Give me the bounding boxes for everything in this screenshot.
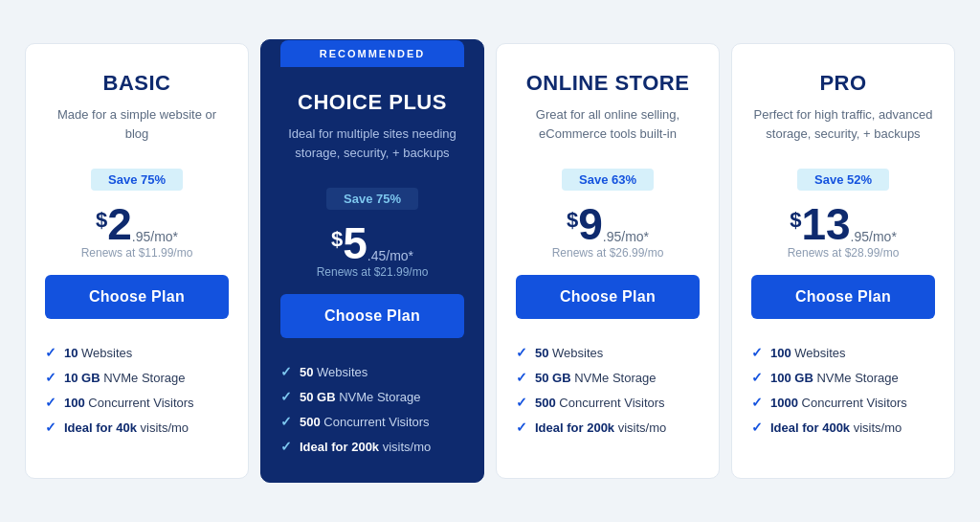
save-badge: Save 75% [326, 188, 418, 210]
feature-text: 500 Concurrent Visitors [535, 396, 665, 410]
feature-item-3: ✓ Ideal for 40k visits/mo [45, 415, 229, 440]
check-icon: ✓ [45, 370, 56, 385]
price-symbol: $ [790, 208, 801, 233]
price-symbol: $ [567, 208, 578, 233]
renews-at: Renews at $28.99/mo [788, 246, 900, 260]
feature-item-0: ✓ 100 Websites [751, 340, 935, 365]
plan-name: BASIC [103, 71, 171, 96]
feature-item-2: ✓ 500 Concurrent Visitors [280, 409, 464, 434]
check-icon: ✓ [516, 345, 527, 360]
price-integer: 9 [578, 202, 603, 246]
feature-item-1: ✓ 100 GB NVMe Storage [751, 365, 935, 390]
save-badge: Save 52% [797, 169, 889, 191]
plan-card-basic: BASICMade for a simple website or blogSa… [25, 43, 249, 479]
plan-name: CHOICE PLUS [298, 90, 447, 115]
plan-price: $ 5 .45/mo* [331, 221, 413, 265]
choose-plan-button[interactable]: Choose Plan [516, 275, 700, 319]
plan-card-pro: PROPerfect for high traffic, advanced st… [731, 43, 955, 479]
check-icon: ✓ [516, 370, 527, 385]
save-badge: Save 75% [91, 169, 183, 191]
feature-item-1: ✓ 50 GB NVMe Storage [280, 384, 464, 409]
plan-description: Perfect for high traffic, advanced stora… [751, 105, 935, 153]
plan-name: PRO [819, 71, 866, 96]
feature-item-0: ✓ 50 Websites [516, 340, 700, 365]
renews-at: Renews at $21.99/mo [317, 265, 429, 279]
price-decimal-suffix: .95/mo* [851, 229, 897, 244]
choose-plan-button[interactable]: Choose Plan [45, 275, 229, 319]
plan-price: $ 13 .95/mo* [790, 202, 897, 246]
feature-text: 10 Websites [64, 346, 132, 360]
feature-item-0: ✓ 50 Websites [280, 359, 464, 384]
feature-text: 100 Websites [770, 346, 846, 360]
check-icon: ✓ [45, 420, 56, 435]
price-symbol: $ [331, 227, 343, 252]
plan-description: Great for all online selling, eCommerce … [516, 105, 700, 153]
feature-item-3: ✓ Ideal for 400k visits/mo [751, 415, 935, 440]
check-icon: ✓ [751, 370, 763, 385]
choose-plan-button[interactable]: Choose Plan [280, 294, 464, 338]
features-list: ✓ 50 Websites ✓ 50 GB NVMe Storage ✓ 500… [280, 359, 464, 459]
check-icon: ✓ [280, 439, 292, 454]
feature-text: 10 GB NVMe Storage [64, 371, 185, 385]
plan-description: Ideal for multiple sites needing storage… [280, 125, 464, 172]
plan-name: ONLINE STORE [526, 71, 690, 96]
price-symbol: $ [96, 208, 107, 233]
check-icon: ✓ [45, 345, 56, 360]
feature-item-1: ✓ 50 GB NVMe Storage [516, 365, 700, 390]
price-integer: 13 [801, 202, 850, 246]
feature-text: 50 GB NVMe Storage [300, 390, 420, 404]
plan-price: $ 2 .95/mo* [96, 202, 178, 246]
price-decimal-suffix: .95/mo* [132, 229, 178, 244]
feature-text: Ideal for 40k visits/mo [64, 420, 189, 435]
recommended-badge: RECOMMENDED [280, 40, 464, 67]
feature-text: 50 GB NVMe Storage [535, 371, 656, 385]
save-badge: Save 63% [562, 169, 654, 191]
plan-description: Made for a simple website or blog [45, 105, 229, 153]
feature-text: Ideal for 200k visits/mo [535, 420, 666, 435]
feature-item-3: ✓ Ideal for 200k visits/mo [516, 415, 700, 440]
feature-text: 50 Websites [300, 365, 368, 379]
plan-price: $ 9 .95/mo* [567, 202, 649, 246]
feature-item-0: ✓ 10 Websites [45, 340, 229, 365]
check-icon: ✓ [45, 395, 56, 410]
feature-text: 100 Concurrent Visitors [64, 396, 194, 410]
features-list: ✓ 50 Websites ✓ 50 GB NVMe Storage ✓ 500… [516, 340, 700, 440]
feature-text: 500 Concurrent Visitors [300, 415, 430, 429]
price-integer: 5 [343, 221, 368, 265]
plan-card-choice-plus: RECOMMENDEDCHOICE PLUSIdeal for multiple… [260, 39, 484, 483]
price-decimal-suffix: .95/mo* [603, 229, 649, 244]
price-integer: 2 [107, 202, 132, 246]
features-list: ✓ 100 Websites ✓ 100 GB NVMe Storage ✓ 1… [751, 340, 935, 440]
check-icon: ✓ [516, 395, 527, 410]
feature-item-2: ✓ 1000 Concurrent Visitors [751, 390, 935, 415]
feature-item-1: ✓ 10 GB NVMe Storage [45, 365, 229, 390]
choose-plan-button[interactable]: Choose Plan [751, 275, 935, 319]
feature-item-2: ✓ 100 Concurrent Visitors [45, 390, 229, 415]
plans-container: BASICMade for a simple website or blogSa… [19, 43, 961, 479]
check-icon: ✓ [516, 420, 527, 435]
plan-card-online-store: ONLINE STOREGreat for all online selling… [496, 43, 720, 479]
feature-item-3: ✓ Ideal for 200k visits/mo [280, 434, 464, 459]
price-decimal-suffix: .45/mo* [368, 248, 413, 263]
feature-text: Ideal for 400k visits/mo [770, 420, 902, 435]
check-icon: ✓ [280, 364, 292, 379]
check-icon: ✓ [751, 345, 763, 360]
feature-text: Ideal for 200k visits/mo [300, 440, 431, 454]
check-icon: ✓ [751, 420, 763, 435]
check-icon: ✓ [280, 414, 292, 429]
feature-text: 100 GB NVMe Storage [770, 371, 899, 385]
feature-text: 50 Websites [535, 346, 603, 360]
renews-at: Renews at $26.99/mo [552, 246, 664, 260]
feature-item-2: ✓ 500 Concurrent Visitors [516, 390, 700, 415]
features-list: ✓ 10 Websites ✓ 10 GB NVMe Storage ✓ 100… [45, 340, 229, 440]
check-icon: ✓ [280, 389, 292, 404]
renews-at: Renews at $11.99/mo [81, 246, 193, 260]
check-icon: ✓ [751, 395, 763, 410]
feature-text: 1000 Concurrent Visitors [770, 396, 907, 410]
